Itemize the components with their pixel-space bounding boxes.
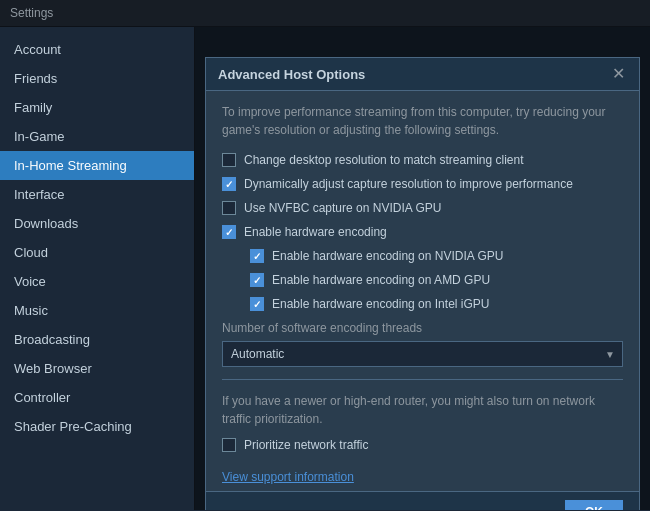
sidebar: AccountFriendsFamilyIn-GameIn-Home Strea… bbox=[0, 27, 195, 510]
checkbox-hw-encoding-amd[interactable] bbox=[250, 273, 264, 287]
advanced-host-options-modal: Advanced Host Options ✕ To improve perfo… bbox=[205, 57, 640, 510]
sidebar-item-music[interactable]: Music bbox=[0, 296, 194, 325]
checkbox-change-desktop-res[interactable] bbox=[222, 153, 236, 167]
option-row-hw-encoding-intel: Enable hardware encoding on Intel iGPU bbox=[250, 297, 623, 311]
network-description: If you have a newer or high-end router, … bbox=[222, 392, 623, 428]
encoding-threads-select-wrapper: Automatic1248 ▼ bbox=[222, 341, 623, 367]
support-link[interactable]: View support information bbox=[222, 470, 354, 484]
option-label-change-desktop-res: Change desktop resolution to match strea… bbox=[244, 153, 524, 167]
checkbox-hw-encoding-nvidia[interactable] bbox=[250, 249, 264, 263]
sidebar-item-interface[interactable]: Interface bbox=[0, 180, 194, 209]
option-label-hw-encoding-amd: Enable hardware encoding on AMD GPU bbox=[272, 273, 490, 287]
content-area: Advanced Host Options ✕ To improve perfo… bbox=[195, 27, 650, 510]
option-label-use-nvfbc: Use NVFBC capture on NVIDIA GPU bbox=[244, 201, 441, 215]
sidebar-item-in-game[interactable]: In-Game bbox=[0, 122, 194, 151]
option-label-enable-hw-encoding: Enable hardware encoding bbox=[244, 225, 387, 239]
checkbox-enable-hw-encoding[interactable] bbox=[222, 225, 236, 239]
encoding-threads-label: Number of software encoding threads bbox=[222, 321, 623, 335]
sidebar-item-cloud[interactable]: Cloud bbox=[0, 238, 194, 267]
sidebar-item-downloads[interactable]: Downloads bbox=[0, 209, 194, 238]
option-label-hw-encoding-nvidia: Enable hardware encoding on NVIDIA GPU bbox=[272, 249, 503, 263]
modal-header: Advanced Host Options ✕ bbox=[206, 58, 639, 91]
modal-title: Advanced Host Options bbox=[218, 67, 365, 82]
checkbox-hw-encoding-intel[interactable] bbox=[250, 297, 264, 311]
option-row-hw-encoding-nvidia: Enable hardware encoding on NVIDIA GPU bbox=[250, 249, 623, 263]
divider bbox=[222, 379, 623, 380]
option-row-enable-hw-encoding: Enable hardware encoding bbox=[222, 225, 623, 239]
sidebar-item-account[interactable]: Account bbox=[0, 35, 194, 64]
sidebar-item-friends[interactable]: Friends bbox=[0, 64, 194, 93]
title-bar: Settings bbox=[0, 0, 650, 27]
sidebar-item-family[interactable]: Family bbox=[0, 93, 194, 122]
option-row-use-nvfbc: Use NVFBC capture on NVIDIA GPU bbox=[222, 201, 623, 215]
sidebar-item-shader-pre-caching[interactable]: Shader Pre-Caching bbox=[0, 412, 194, 441]
option-row-dynamically-adjust: Dynamically adjust capture resolution to… bbox=[222, 177, 623, 191]
checkbox-use-nvfbc[interactable] bbox=[222, 201, 236, 215]
modal-close-button[interactable]: ✕ bbox=[610, 66, 627, 82]
option-label-prioritize-network: Prioritize network traffic bbox=[244, 438, 368, 452]
sidebar-item-web-browser[interactable]: Web Browser bbox=[0, 354, 194, 383]
sidebar-item-controller[interactable]: Controller bbox=[0, 383, 194, 412]
ok-button[interactable]: OK bbox=[565, 500, 623, 510]
modal-footer: OK bbox=[206, 491, 639, 510]
sidebar-item-voice[interactable]: Voice bbox=[0, 267, 194, 296]
encoding-threads-select[interactable]: Automatic1248 bbox=[222, 341, 623, 367]
modal-description: To improve performance streaming from th… bbox=[222, 103, 623, 139]
option-row-hw-encoding-amd: Enable hardware encoding on AMD GPU bbox=[250, 273, 623, 287]
option-row-prioritize-network: Prioritize network traffic bbox=[222, 438, 623, 452]
option-row-change-desktop-res: Change desktop resolution to match strea… bbox=[222, 153, 623, 167]
checkbox-dynamically-adjust[interactable] bbox=[222, 177, 236, 191]
option-label-dynamically-adjust: Dynamically adjust capture resolution to… bbox=[244, 177, 573, 191]
option-label-hw-encoding-intel: Enable hardware encoding on Intel iGPU bbox=[272, 297, 489, 311]
title-bar-label: Settings bbox=[10, 6, 53, 20]
modal-body: To improve performance streaming from th… bbox=[206, 91, 639, 491]
sidebar-item-in-home-streaming[interactable]: In-Home Streaming bbox=[0, 151, 194, 180]
main-layout: AccountFriendsFamilyIn-GameIn-Home Strea… bbox=[0, 27, 650, 510]
checkbox-prioritize-network[interactable] bbox=[222, 438, 236, 452]
sidebar-item-broadcasting[interactable]: Broadcasting bbox=[0, 325, 194, 354]
